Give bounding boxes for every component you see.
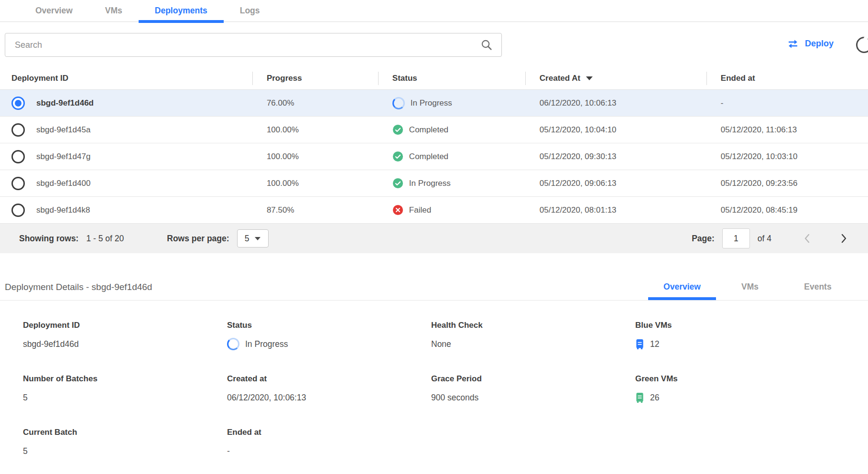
tab-label: VMs [105,6,122,16]
detail-value: 900 seconds [431,391,635,404]
status-label: Completed [409,152,448,162]
details-tab-events[interactable]: Events [784,282,852,300]
detail-value: 12 [635,338,868,350]
deployment-id: sbgd-9ef1d400 [36,179,90,188]
status-label: Failed [409,205,431,215]
status-cell: In Progress [378,97,525,109]
completed-check-icon [392,178,403,189]
created-at-cell: 05/12/2020, 09:30:13 [525,152,706,162]
ended-at-cell: 05/12/2020, 09:23:56 [706,179,868,188]
column-header-created-at[interactable]: Created At [525,67,706,89]
detail-value: 5 [23,445,227,457]
detail-label: Ended at [227,428,431,437]
select-caret-icon [255,237,260,240]
blue-vm-icon [635,339,644,350]
tab-logs[interactable]: Logs [224,0,276,22]
column-header-progress[interactable]: Progress [252,67,378,89]
page-total-label: of 4 [758,234,771,244]
table-row[interactable]: sbgd-9ef1d400100.00%In Progress05/12/202… [0,170,868,197]
prev-page-button[interactable] [802,233,812,244]
detail-value: 06/12/2020, 10:06:13 [227,391,431,404]
detail-field: Grace Period900 seconds [431,374,635,404]
tab-label: Overview [35,6,73,16]
details-tabs: OverviewVMsEvents [648,282,852,300]
sort-desc-icon [586,76,593,80]
search-box[interactable] [5,33,502,57]
details-tab-vms[interactable]: VMs [716,282,784,300]
detail-field: StatusIn Progress [227,321,431,350]
table-row[interactable]: sbgd-9ef1d45a100.00%Completed05/12/2020,… [0,117,868,143]
toolbar: Deploy [0,30,868,62]
created-at-cell: 05/12/2020, 09:06:13 [525,179,706,188]
deploy-label: Deploy [805,39,834,49]
created-at-cell: 06/12/2020, 10:06:13 [525,98,706,108]
completed-check-icon [392,124,403,135]
detail-field: Health CheckNone [431,321,635,350]
status-cell: In Progress [378,178,525,189]
detail-field: Blue VMs12 [635,321,868,350]
completed-check-icon [392,151,403,162]
detail-label: Created at [227,374,431,384]
page-input[interactable] [722,228,750,248]
progress-cell: 100.00% [252,125,378,135]
row-radio[interactable] [11,97,25,110]
row-radio[interactable] [11,204,25,217]
rows-per-page-value: 5 [245,234,250,244]
deploy-button[interactable]: Deploy [786,37,835,51]
tab-overview[interactable]: Overview [19,0,89,22]
ended-at-cell: 05/12/2020, 10:03:10 [706,152,868,162]
detail-field: Number of Batches5 [23,374,227,404]
status-label: In Progress [409,179,451,188]
table-row[interactable]: sbgd-9ef1d46d76.00%In Progress06/12/2020… [0,90,868,117]
refresh-icon[interactable] [856,37,868,53]
swap-arrows-icon [787,39,799,49]
chevron-left-icon [804,234,810,243]
deployment-id: sbgd-9ef1d47g [36,152,90,162]
detail-value: 26 [635,391,868,404]
column-header-deployment-id[interactable]: Deployment ID [0,67,252,89]
created-at-cell: 05/12/2020, 08:01:13 [525,205,706,215]
detail-field: Ended at- [227,428,431,457]
deployment-details: Deployment Details - sbgd-9ef1d46d Overv… [0,282,868,457]
chevron-right-icon [841,234,847,243]
tab-vms[interactable]: VMs [89,0,139,22]
deployments-page: OverviewVMsDeploymentsLogs Deploy Deploy… [0,0,868,457]
detail-label: Deployment ID [23,321,227,330]
failed-x-icon [392,205,403,215]
detail-value: None [431,338,635,350]
detail-label: Status [227,321,431,330]
row-radio[interactable] [11,150,25,163]
ended-at-cell: - [706,98,868,108]
page-label: Page: [692,234,715,244]
detail-label: Current Batch [23,428,227,437]
table-row[interactable]: sbgd-9ef1d47g100.00%Completed05/12/2020,… [0,143,868,170]
details-tab-overview[interactable]: Overview [648,282,716,300]
table-header: Deployment ID Progress Status Created At… [0,67,868,90]
column-header-status[interactable]: Status [378,67,525,89]
tab-deployments[interactable]: Deployments [139,0,224,22]
details-grid: Deployment IDsbgd-9ef1d46dStatusIn Progr… [0,301,868,457]
detail-field: Deployment IDsbgd-9ef1d46d [23,321,227,350]
detail-label: Green VMs [635,374,868,384]
rows-per-page-select[interactable]: 5 [237,229,269,248]
progress-cell: 87.50% [252,205,378,215]
detail-label: Health Check [431,321,635,330]
status-label: Completed [409,125,448,135]
pagination-bar: Showing rows: 1 - 5 of 20 Rows per page:… [0,224,868,253]
tab-label: Deployments [155,6,207,16]
detail-value: 5 [23,391,227,404]
row-radio[interactable] [11,123,25,137]
table-row[interactable]: sbgd-9ef1d4k887.50%Failed05/12/2020, 08:… [0,197,868,224]
next-page-button[interactable] [839,233,849,244]
main-tabs: OverviewVMsDeploymentsLogs [0,0,868,22]
detail-label: Grace Period [431,374,635,384]
row-radio[interactable] [11,177,25,190]
deployment-id: sbgd-9ef1d46d [36,98,94,108]
progress-cell: 76.00% [252,98,378,108]
details-title: Deployment Details - sbgd-9ef1d46d [5,282,152,292]
in-progress-spinner-icon [227,338,239,350]
deployment-id: sbgd-9ef1d4k8 [36,205,90,215]
showing-rows-value: 1 - 5 of 20 [86,234,124,244]
column-header-ended-at[interactable]: Ended at [706,67,868,89]
search-input[interactable] [5,40,480,50]
